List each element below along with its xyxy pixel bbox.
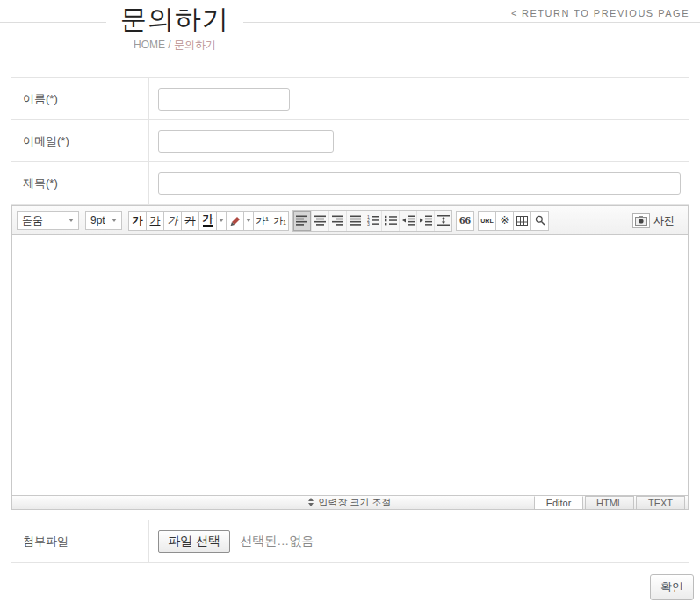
font-family-value: 돋움 (22, 213, 69, 228)
ordered-list-button[interactable]: 123 (364, 211, 381, 231)
italic-button[interactable]: 가 (163, 211, 182, 231)
breadcrumb-current: 문의하기 (174, 39, 216, 51)
name-input[interactable] (158, 88, 290, 111)
name-label: 이름(*) (11, 78, 149, 119)
font-family-select[interactable]: 돋움 (17, 211, 79, 230)
breadcrumb-separator: / (168, 39, 170, 51)
special-char-button[interactable]: ※ (495, 211, 514, 231)
indent-button[interactable] (416, 211, 434, 231)
subscript-button[interactable]: 가₁ (271, 211, 289, 231)
subscript-icon: 가₁ (273, 214, 286, 227)
outdent-icon (402, 215, 415, 226)
insert-group: URL ※ (478, 211, 549, 231)
editor-bottom-bar: 입력창 크기 조절 Editor HTML TEXT (12, 495, 688, 509)
superscript-button[interactable]: 가¹ (253, 211, 271, 231)
file-select-button[interactable]: 파일 선택 (158, 530, 230, 553)
attachment-label: 첨부파일 (11, 520, 149, 562)
table-button[interactable] (513, 211, 531, 231)
editor-toolbar: 돋움 9pt 가 가 가 가 가 가¹ 가₁ (12, 206, 688, 235)
highlighter-pen-icon (229, 215, 241, 226)
bold-button[interactable]: 가 (128, 211, 147, 231)
form-row-name: 이름(*) (11, 78, 689, 120)
line-height-button[interactable] (434, 211, 451, 231)
search-icon (535, 215, 545, 226)
inquiry-form: 이름(*) 이메일(*) 제목(*) (11, 77, 689, 205)
page-header: <RETURN TO PREVIOUS PAGE 문의하기 HOME / 문의하… (0, 0, 700, 77)
ordered-list-icon: 123 (367, 215, 379, 226)
tab-editor[interactable]: Editor (534, 496, 583, 510)
email-input[interactable] (158, 130, 334, 153)
tab-text[interactable]: TEXT (636, 496, 685, 510)
rich-text-editor: 돋움 9pt 가 가 가 가 가 가¹ 가₁ (11, 205, 689, 510)
align-center-icon (314, 215, 327, 226)
unordered-list-button[interactable] (381, 211, 399, 231)
attachment-section: 첨부파일 파일 선택 선택된…없음 (11, 520, 689, 563)
form-row-subject: 제목(*) (11, 162, 689, 205)
align-right-button[interactable] (328, 211, 346, 231)
editor-content[interactable] (12, 235, 688, 495)
svg-text:3: 3 (367, 221, 370, 226)
font-color-icon: 가 (203, 213, 213, 227)
page-title: 문의하기 (106, 0, 243, 39)
confirm-button[interactable]: 확인 (650, 574, 694, 600)
align-justify-button[interactable] (346, 211, 364, 231)
photo-button[interactable]: 사진 (627, 212, 680, 229)
find-button[interactable] (530, 211, 549, 231)
align-justify-icon (350, 215, 362, 226)
chevron-down-icon (246, 219, 251, 222)
table-icon (516, 216, 528, 226)
editor-mode-tabs: Editor HTML TEXT (532, 496, 685, 510)
align-left-button[interactable] (293, 211, 311, 231)
resize-arrows-icon (308, 498, 314, 506)
underline-icon: 가 (150, 213, 161, 228)
highlight-color-button[interactable] (226, 211, 244, 231)
outdent-button[interactable] (399, 211, 416, 231)
chevron-down-icon (112, 219, 117, 222)
return-link-label: RETURN TO PREVIOUS PAGE (522, 8, 689, 18)
blockquote-button[interactable]: 66 (456, 211, 474, 231)
strikethrough-button[interactable]: 가 (181, 211, 199, 231)
unordered-list-icon (385, 215, 397, 226)
chevron-left-icon: < (511, 8, 518, 18)
file-status-text: 선택된…없음 (240, 534, 314, 548)
submit-row: 확인 (0, 574, 694, 600)
align-right-icon (332, 215, 344, 226)
breadcrumb-home[interactable]: HOME (134, 39, 165, 51)
font-color-button[interactable]: 가 (198, 211, 217, 231)
url-icon: URL (480, 218, 493, 224)
superscript-icon: 가¹ (256, 214, 269, 227)
form-row-attachment: 첨부파일 파일 선택 선택된…없음 (11, 520, 689, 563)
bold-icon: 가 (133, 213, 143, 228)
link-button[interactable]: URL (478, 211, 496, 231)
paragraph-group: 123 (292, 210, 452, 232)
text-style-group: 가 가 가 가 가 가¹ 가₁ (128, 211, 289, 231)
align-left-icon (296, 215, 308, 226)
line-height-icon (437, 215, 450, 226)
tab-html[interactable]: HTML (585, 496, 634, 510)
resize-handle-label: 입력창 크기 조절 (318, 497, 391, 507)
breadcrumb: HOME / 문의하기 (0, 38, 350, 53)
camera-icon (632, 213, 650, 228)
form-row-email: 이메일(*) (11, 120, 689, 162)
chevron-down-icon (219, 219, 224, 222)
font-size-value: 9pt (90, 214, 112, 226)
indent-icon (420, 215, 432, 226)
email-label: 이메일(*) (11, 120, 149, 161)
underline-button[interactable]: 가 (146, 211, 164, 231)
chevron-down-icon (69, 219, 74, 222)
italic-icon: 가 (168, 213, 178, 228)
strikethrough-icon: 가 (185, 213, 196, 228)
return-to-previous-page-link[interactable]: <RETURN TO PREVIOUS PAGE (511, 8, 689, 18)
subject-input[interactable] (158, 172, 681, 195)
align-center-button[interactable] (311, 211, 328, 231)
photo-button-label: 사진 (653, 213, 675, 228)
special-char-icon: ※ (500, 214, 509, 226)
subject-label: 제목(*) (11, 162, 149, 204)
font-size-select[interactable]: 9pt (85, 211, 122, 230)
quote-icon: 66 (459, 213, 471, 227)
